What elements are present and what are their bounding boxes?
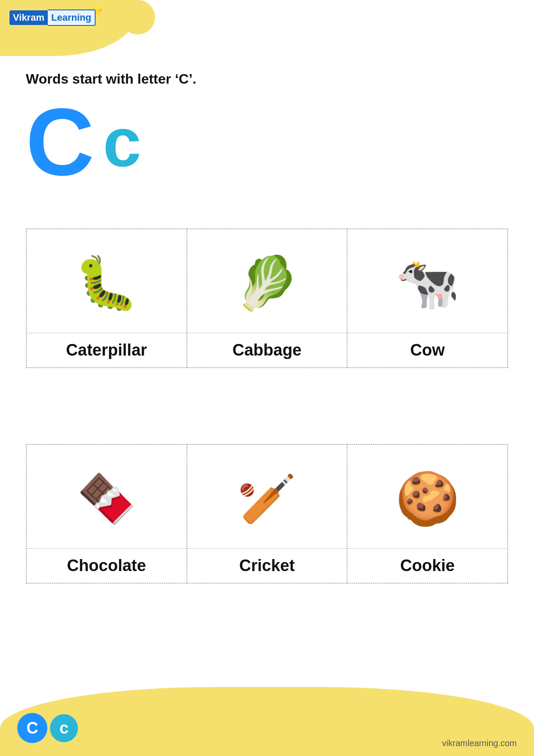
logo-vikram: Vikram: [9, 10, 48, 25]
cell-cabbage: 🥬 Cabbage: [187, 229, 348, 368]
chocolate-icon: 🍫: [77, 471, 136, 527]
chocolate-image-area: 🍫: [73, 445, 140, 548]
cabbage-image-area: 🥬: [230, 229, 304, 333]
caterpillar-label: Caterpillar: [27, 333, 186, 367]
cabbage-label: Cabbage: [187, 333, 347, 367]
footer-circle-lowercase: c: [50, 714, 78, 742]
cricket-image-area: 🏏: [233, 445, 301, 548]
logo-container: Vikram Learning: [9, 9, 96, 26]
word-grid-1: 🐛 Caterpillar 🥬 Cabbage 🐄 Cow: [26, 228, 508, 368]
footer-letter-c: c: [59, 719, 68, 737]
letters-container: C c: [26, 95, 141, 190]
cell-chocolate: 🍫 Chocolate: [26, 444, 187, 583]
footer-website: vikramlearning.com: [442, 738, 517, 748]
cell-cricket: 🏏 Cricket: [187, 444, 348, 583]
caterpillar-image-area: 🐛: [70, 229, 143, 333]
cell-cookie: 🍪 Cookie: [347, 444, 508, 583]
cricket-label: Cricket: [187, 548, 347, 583]
cabbage-icon: 🥬: [235, 253, 299, 314]
caterpillar-icon: 🐛: [74, 253, 139, 314]
cow-icon: 🐄: [395, 253, 460, 314]
word-grid-2: 🍫 Chocolate 🏏 Cricket 🍪 Cookie: [26, 444, 508, 584]
cell-cow: 🐄 Cow: [347, 229, 508, 368]
cow-label: Cow: [348, 333, 507, 367]
footer-letters: C c: [17, 713, 78, 743]
cricket-icon: 🏏: [237, 471, 296, 527]
letter-uppercase-C: C: [26, 95, 94, 190]
footer-letter-C: C: [26, 719, 38, 737]
cookie-label: Cookie: [348, 548, 507, 583]
cookie-image-area: 🍪: [391, 445, 464, 548]
letter-lowercase-c: c: [103, 108, 141, 177]
chocolate-label: Chocolate: [27, 548, 186, 583]
footer-circle-uppercase: C: [17, 713, 47, 743]
main-title: Words start with letter ‘C’.: [26, 71, 196, 87]
header-blob: [0, 0, 138, 56]
logo-learning: Learning: [48, 9, 96, 26]
cookie-icon: 🍪: [395, 469, 460, 529]
cow-image-area: 🐄: [391, 229, 464, 333]
cell-caterpillar: 🐛 Caterpillar: [26, 229, 187, 368]
